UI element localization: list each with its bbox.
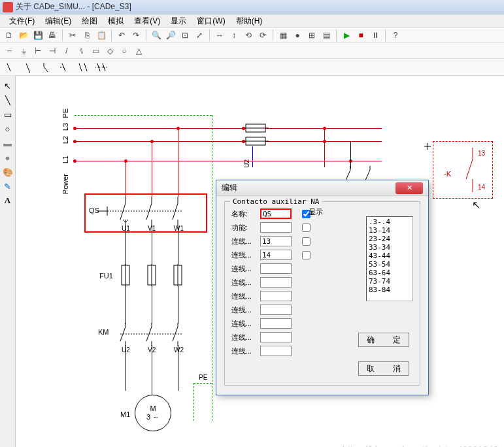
cancel-button[interactable]: 取 消 <box>358 361 409 376</box>
motor-3: 3 ～ <box>146 412 160 422</box>
c9-input[interactable] <box>260 346 292 356</box>
pe-label: PE <box>61 108 69 118</box>
show-label: 显示 <box>309 207 323 217</box>
comp8-icon[interactable]: ◇ <box>103 44 116 58</box>
name-input[interactable] <box>260 208 292 219</box>
c9-label: 连线... <box>231 346 260 356</box>
play-icon[interactable]: ▶ <box>340 29 353 42</box>
copy-icon[interactable]: ⎘ <box>80 29 93 42</box>
rect-icon[interactable]: ▭ <box>2 108 14 120</box>
rotate-l-icon[interactable]: ⟲ <box>242 29 255 42</box>
comp10-icon[interactable]: △ <box>132 44 145 58</box>
pencil-icon[interactable]: ✎ <box>2 180 14 192</box>
comp4-icon[interactable]: ⊣ <box>46 44 59 58</box>
svg-line-7 <box>79 63 82 71</box>
palette-icon[interactable]: 🎨 <box>2 166 14 178</box>
sym1-icon[interactable] <box>3 60 20 74</box>
c1-input[interactable] <box>260 236 292 246</box>
c6-label: 连线... <box>231 305 260 315</box>
k14-label: 14 <box>478 184 485 191</box>
redo-icon[interactable]: ↷ <box>129 29 143 42</box>
window-title: 关于 CADe_SIMU... - [CADe_S3] <box>16 1 501 12</box>
cut-icon[interactable]: ✂ <box>66 29 79 42</box>
undo-icon[interactable]: ↶ <box>115 29 128 42</box>
flip-v-icon[interactable]: ↕ <box>227 29 241 42</box>
func-input[interactable] <box>260 222 292 233</box>
save-icon[interactable]: 💾 <box>31 29 44 42</box>
func-label: 功能: <box>231 223 260 233</box>
c8-input[interactable] <box>260 332 292 342</box>
sym4-icon[interactable] <box>58 60 75 74</box>
snap-icon[interactable]: ⊞ <box>305 29 318 42</box>
app-icon <box>3 2 13 12</box>
text-icon[interactable]: A <box>2 195 14 207</box>
zoomout-icon[interactable]: 🔎 <box>164 29 177 42</box>
arrow-icon[interactable]: ↖ <box>2 80 14 91</box>
menu-help[interactable]: 帮助(H) <box>231 14 268 27</box>
comp6-icon[interactable]: ⑊ <box>75 44 88 58</box>
stop-icon[interactable]: ■ <box>354 29 367 42</box>
l3-label: L3 <box>61 123 69 131</box>
c4-input[interactable] <box>260 277 292 288</box>
c2-input[interactable] <box>260 250 292 260</box>
comp5-icon[interactable]: / <box>60 44 73 58</box>
grid-icon[interactable]: ▦ <box>277 29 290 42</box>
menu-edit[interactable]: 编辑(E) <box>40 14 76 27</box>
fit-icon[interactable]: ⊡ <box>178 29 192 42</box>
node-icon[interactable]: ● <box>291 29 304 42</box>
c6-input[interactable] <box>260 305 292 315</box>
comp1-icon[interactable]: ⎓ <box>3 44 16 58</box>
menubar: 文件(F) 编辑(E) 绘图 模拟 查看(V) 显示 窗口(W) 帮助(H) <box>0 14 504 27</box>
c3-input[interactable] <box>260 263 292 274</box>
ok-button[interactable]: 确 定 <box>358 333 409 347</box>
fillcircle-icon[interactable]: ● <box>2 152 14 163</box>
sym2-icon[interactable] <box>21 60 38 74</box>
pan-icon[interactable]: ⤢ <box>193 29 206 42</box>
c5-input[interactable] <box>260 291 292 301</box>
comp7-icon[interactable]: ▭ <box>89 44 102 58</box>
menu-view[interactable]: 查看(V) <box>129 14 165 27</box>
help-icon[interactable]: ? <box>389 29 402 42</box>
comp3-icon[interactable]: ⊢ <box>31 44 44 58</box>
c1-label: 连线... <box>231 237 260 246</box>
l2-label: L2 <box>61 136 69 144</box>
c7-label: 连线... <box>231 319 260 329</box>
u2-top-label: U2 <box>243 159 250 168</box>
print-icon[interactable]: 🖶 <box>46 29 59 42</box>
c7-input[interactable] <box>260 318 292 329</box>
flip-h-icon[interactable]: ↔ <box>213 29 226 42</box>
dialog-titlebar[interactable]: 编辑 ✕ <box>216 180 428 196</box>
toolbar-1: 🗋 📂 💾 🖶 ✂ ⎘ 📋 ↶ ↷ 🔍 🔎 ⊡ ⤢ ↔ ↕ ⟲ ⟳ ▦ ● ⊞ … <box>0 27 504 43</box>
func-show-checkbox[interactable] <box>302 224 311 232</box>
comp9-icon[interactable]: ○ <box>118 44 131 58</box>
sym5-icon[interactable] <box>76 60 93 74</box>
fillrect-icon[interactable]: ▬ <box>2 137 14 149</box>
paste-icon[interactable]: 📋 <box>95 29 108 42</box>
zoomin-icon[interactable]: 🔍 <box>150 29 163 42</box>
menu-display[interactable]: 显示 <box>165 14 192 27</box>
line-icon[interactable]: ╲ <box>2 94 14 106</box>
circle-icon[interactable]: ○ <box>2 123 14 135</box>
layer-icon[interactable]: ▤ <box>320 29 333 42</box>
k-label: -K <box>444 170 451 178</box>
rotate-r-icon[interactable]: ⟳ <box>256 29 269 42</box>
c2-show-checkbox[interactable] <box>302 251 311 259</box>
pause-icon[interactable]: ⏸ <box>369 29 382 42</box>
menu-draw[interactable]: 绘图 <box>76 14 103 27</box>
edit-dialog: 编辑 ✕ Contacto auxiliar NA 显示 名称: 功能: 连线.… <box>216 180 429 395</box>
menu-window[interactable]: 窗口(W) <box>192 14 230 27</box>
c1-show-checkbox[interactable] <box>302 237 311 246</box>
w2-label: W2 <box>174 346 184 354</box>
contacts-listbox[interactable]: .3-.413-1423-24 33-3443-4453-54 63-6473-… <box>366 216 413 301</box>
close-icon[interactable]: ✕ <box>395 182 423 194</box>
comp2-icon[interactable]: ⏚ <box>17 44 30 58</box>
menu-sim[interactable]: 模拟 <box>103 14 129 27</box>
open-icon[interactable]: 📂 <box>17 29 30 42</box>
sym3-icon[interactable] <box>39 60 56 74</box>
svg-line-8 <box>84 63 87 71</box>
symbol-bar <box>0 59 504 76</box>
sym6-icon[interactable] <box>94 60 111 74</box>
l1-label: L1 <box>61 156 69 163</box>
new-icon[interactable]: 🗋 <box>3 29 16 42</box>
menu-file[interactable]: 文件(F) <box>4 14 40 27</box>
